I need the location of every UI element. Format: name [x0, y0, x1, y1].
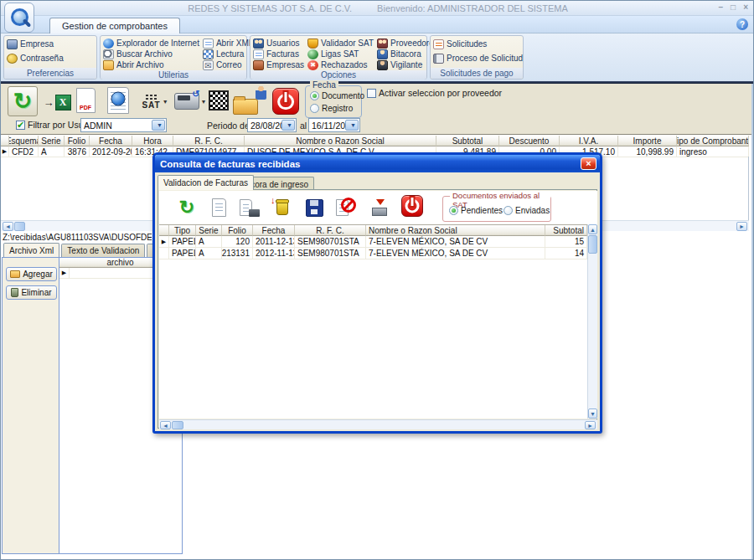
validator-shield-icon: [307, 39, 318, 49]
periodo-del-label: Periodo del: [207, 121, 251, 131]
dialog-import-button[interactable]: [367, 195, 392, 220]
ribbon-item-abrir-xml[interactable]: Abrir XML: [203, 38, 253, 49]
ribbon-item-correo[interactable]: Correo: [203, 59, 253, 70]
dialog-export-xml-button[interactable]: [236, 195, 261, 220]
links-globe-icon: [307, 49, 318, 59]
qr-code-button[interactable]: [208, 90, 230, 111]
row-marker-icon: [1, 146, 9, 157]
export-excel-button[interactable]: →X: [43, 90, 71, 115]
ribbon-item-empresas[interactable]: Empresas: [253, 59, 304, 70]
col-nombre[interactable]: Nombre o Razon Social: [245, 136, 436, 146]
tab-texto-validacion[interactable]: Texto de Validacion: [61, 244, 145, 257]
col-subtotal[interactable]: Subtotal: [436, 136, 499, 146]
ribbon-item-empresa[interactable]: Empresa: [7, 39, 94, 49]
ribbon-item-proveedores[interactable]: Proveedores: [377, 38, 438, 49]
col-folio[interactable]: Folio: [65, 136, 90, 146]
ribbon-item-explorador[interactable]: Explorador de Internet: [103, 38, 199, 49]
dialog-refresh-button[interactable]: ↻: [174, 195, 199, 220]
app-logo-button[interactable]: [4, 3, 34, 33]
current-file-path: Z:\recibidas\AGU811103SVA\DUSOFDEMEXICOS…: [3, 233, 152, 243]
factura-row[interactable]: PAPEL A 213131 2012-11-13 SEM980701STA 7…: [159, 248, 587, 259]
ribbon-item-proceso-solicitud[interactable]: Proceso de Solicitud: [433, 53, 523, 64]
factura-row[interactable]: PAPEL A 120 2011-12-13 SEM980701STA 7-EL…: [159, 236, 587, 248]
row-marker-icon: [159, 236, 169, 247]
radio-registro[interactable]: Registro: [310, 104, 353, 113]
ribbon-item-solicitudes[interactable]: Solicitudes: [433, 39, 523, 49]
ribbon-item-usuarios[interactable]: Usuarios: [253, 38, 304, 49]
scroll-left-icon[interactable]: [160, 421, 171, 429]
tab-gestion-comprobantes[interactable]: Gestion de comprobantes: [49, 18, 180, 33]
ribbon-item-contrasena[interactable]: Contraseña: [7, 53, 94, 64]
facturas-grid-hscrollbar[interactable]: [159, 419, 597, 429]
scroll-down-icon[interactable]: [588, 408, 597, 419]
tab-validacion-facturas[interactable]: Validacion de Facturas: [158, 175, 254, 190]
ribbon-item-abrir-archivo[interactable]: Abrir Archivo: [103, 59, 199, 70]
ribbon-item-bitacora[interactable]: Bitacora: [377, 49, 438, 59]
refresh-button[interactable]: ↻: [8, 86, 38, 116]
export-pdf-button[interactable]: PDF: [75, 86, 96, 115]
vscroll-thumb[interactable]: [588, 235, 597, 254]
tab-archivo-xml[interactable]: Archivo Xml: [3, 243, 59, 257]
ribbon-item-ligas-sat[interactable]: Ligas SAT: [307, 49, 374, 59]
col-tipo-comprobante[interactable]: Tipo de Comprobante: [677, 136, 749, 146]
scan-menu-button[interactable]: ▼: [173, 89, 207, 114]
radio-documento[interactable]: Documento: [310, 91, 364, 100]
col-serie[interactable]: Serie: [39, 136, 65, 146]
scroll-right-icon[interactable]: [736, 222, 747, 231]
col-fecha[interactable]: Fecha: [90, 136, 132, 146]
col-descuento[interactable]: Descuento: [499, 136, 560, 146]
dialog-client: Validacion de Facturas Bitacora de ingre…: [155, 172, 600, 431]
activar-seleccion-checkbox[interactable]: Activar seleccion por proveedor: [367, 88, 502, 98]
main-grid-header: Esquema Serie Folio Fecha Hora R. F. C. …: [1, 136, 748, 146]
close-button[interactable]: ×: [743, 3, 748, 12]
users-icon: [253, 39, 264, 49]
arrow-icon: →: [44, 96, 54, 109]
maximize-button[interactable]: □: [731, 3, 736, 12]
col-esquema[interactable]: Esquema: [9, 136, 39, 146]
ribbon-item-buscar-archivo[interactable]: Buscar Archivo: [103, 49, 199, 59]
col-rfc[interactable]: R. F. C.: [295, 225, 366, 236]
agregar-button[interactable]: Agregar: [6, 267, 57, 281]
col-importe[interactable]: Importe: [618, 136, 677, 146]
help-icon[interactable]: ?: [736, 18, 748, 30]
usuario-combobox[interactable]: ADMIN▼: [80, 118, 167, 132]
col-hora[interactable]: Hora: [132, 136, 173, 146]
ribbon-item-validador-sat[interactable]: Validador SAT: [307, 38, 374, 49]
col-rfc[interactable]: R. F. C.: [173, 136, 245, 146]
ribbon-item-vigilante[interactable]: Vigilante: [377, 59, 438, 70]
fecha-hasta-combobox[interactable]: 16/11/2012▼: [308, 118, 360, 132]
dialog-delete-button[interactable]: [270, 195, 295, 220]
scroll-left-icon[interactable]: [3, 222, 13, 231]
col-tipo[interactable]: Tipo: [169, 225, 196, 236]
exit-button[interactable]: [272, 88, 299, 115]
minimize-button[interactable]: –: [719, 3, 724, 12]
scroll-up-icon[interactable]: [588, 224, 597, 234]
fecha-desde-combobox[interactable]: 28/08/2012▼: [247, 118, 297, 132]
hscroll-thumb[interactable]: [14, 222, 25, 231]
col-subtotal[interactable]: Subtotal: [545, 225, 587, 236]
col-serie[interactable]: Serie: [196, 225, 222, 236]
radio-pendientes[interactable]: Pendientes: [449, 206, 503, 215]
sat-menu-button[interactable]: SAT ▼: [137, 90, 173, 113]
ribbon-item-rechazados[interactable]: Rechazados: [307, 59, 374, 70]
col-folio[interactable]: Folio: [222, 225, 253, 236]
col-nombre[interactable]: Nombre o Razon Social: [366, 225, 545, 236]
scroll-right-icon[interactable]: [585, 421, 596, 429]
grid-icon: [203, 49, 214, 59]
hscroll-thumb[interactable]: [172, 421, 183, 429]
dialog-cancel-document-button[interactable]: [333, 195, 359, 220]
dialog-close-button[interactable]: ×: [581, 157, 596, 170]
dialog-save-button[interactable]: [302, 195, 327, 220]
ribbon-item-lectura[interactable]: Lectura: [203, 49, 253, 59]
col-fecha[interactable]: Fecha: [253, 225, 295, 236]
radio-enviadas[interactable]: Enviadas: [504, 206, 550, 215]
dialog-exit-button[interactable]: [400, 194, 423, 217]
ribbon-item-facturas[interactable]: Facturas: [253, 49, 304, 59]
import-folder-button[interactable]: [233, 85, 268, 116]
dialog-view-document-button[interactable]: [206, 195, 231, 220]
eliminar-button[interactable]: Eliminar: [6, 285, 57, 300]
view-web-document-button[interactable]: [104, 86, 132, 115]
facturas-grid-vscrollbar[interactable]: [587, 224, 597, 419]
dialog-title-bar[interactable]: Consulta de facturas recibidas ×: [155, 155, 600, 172]
col-iva[interactable]: I.V.A.: [560, 136, 618, 146]
